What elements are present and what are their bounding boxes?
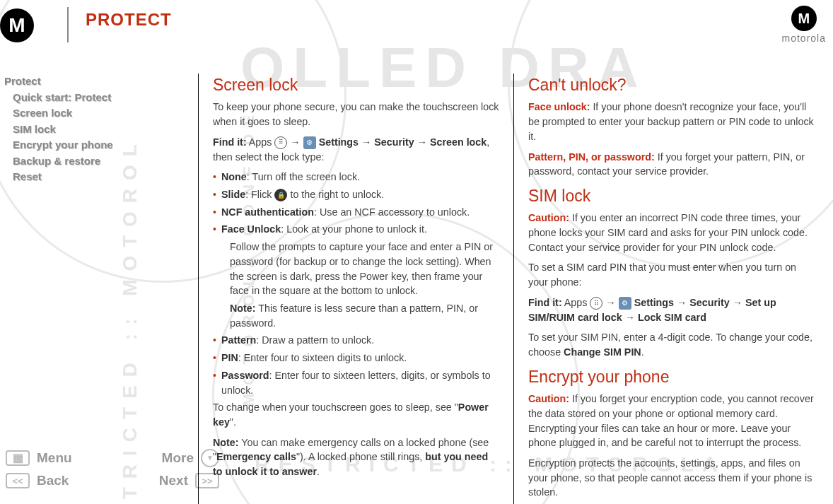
sim-set-intro: To set a SIM card PIN that you must ente…: [528, 260, 815, 289]
lock-option-slide: Slide: Flick 🔒 to the right to unlock.: [213, 187, 499, 202]
screenlock-intro: To keep your phone secure, you can make …: [213, 100, 499, 129]
cant-face: Face unlock: If your phone doesn't recog…: [528, 100, 815, 143]
sim-findit: Find it: Apps ⠿ → ⚙ Settings → Security …: [528, 295, 815, 324]
page-title: PROTECT: [86, 7, 172, 30]
heading-cant-unlock: Can't unlock?: [528, 74, 815, 97]
apps-icon: ⠿: [590, 297, 602, 310]
toc-item-quickstart[interactable]: Quick start: Protect: [4, 90, 184, 106]
toc-root[interactable]: Protect: [4, 74, 184, 90]
lock-icon: 🔒: [274, 189, 287, 201]
heading-screen-lock: Screen lock: [213, 74, 499, 97]
toc-item-backup[interactable]: Backup & restore: [4, 153, 184, 170]
toc-item-screenlock[interactable]: Screen lock: [4, 105, 184, 122]
lock-option-none: None: Turn off the screen lock.: [213, 170, 499, 184]
screenlock-findit: Find it: Apps ⠿ → ⚙ Settings → Security …: [213, 135, 499, 164]
enc-body: Encryption protects the accounts, settin…: [528, 456, 815, 500]
motorola-logo-small-icon: M: [791, 6, 817, 31]
sim-change: To set your SIM PIN, enter a 4-digit cod…: [528, 330, 815, 359]
face-sub-note: Note: This feature is less secure than a…: [230, 301, 499, 330]
toc-item-simlock[interactable]: SIM lock: [4, 122, 184, 138]
settings-icon: ⚙: [303, 136, 316, 149]
lock-option-password: Password: Enter four to sixteen letters,…: [213, 368, 499, 397]
column-divider: [198, 74, 199, 504]
lock-option-ncf: NCF authentication: Use an NCF accessory…: [213, 205, 499, 220]
column-divider: [513, 74, 514, 504]
apps-icon: ⠿: [274, 136, 287, 149]
motorola-logo-icon: M: [0, 8, 34, 42]
enc-caution: Caution: If you forget your encryption c…: [528, 392, 815, 450]
heading-encrypt: Encrypt your phone: [528, 365, 815, 389]
emergency-note: Note: You can make emergency calls on a …: [213, 435, 499, 479]
lock-option-face: Face Unlock: Look at your phone to unloc…: [213, 222, 499, 330]
toc-item-encrypt[interactable]: Encrypt your phone: [4, 137, 184, 153]
lock-option-pattern: Pattern: Draw a pattern to unlock.: [213, 333, 499, 348]
toc-item-reset[interactable]: Reset: [4, 169, 184, 185]
face-sub-follow: Follow the prompts to capture your face …: [230, 240, 499, 298]
heading-sim-lock: SIM lock: [528, 184, 815, 208]
change-sleep-note: To change when your touchscreen goes to …: [213, 400, 499, 429]
sim-caution: Caution: If you enter an incorrect PIN c…: [528, 211, 815, 254]
settings-icon: ⚙: [619, 297, 631, 310]
lock-option-pin: PIN: Enter four to sixteen digits to unl…: [213, 351, 499, 365]
cant-pattern-pin-pwd: Pattern, PIN, or password: If you forget…: [528, 150, 815, 179]
